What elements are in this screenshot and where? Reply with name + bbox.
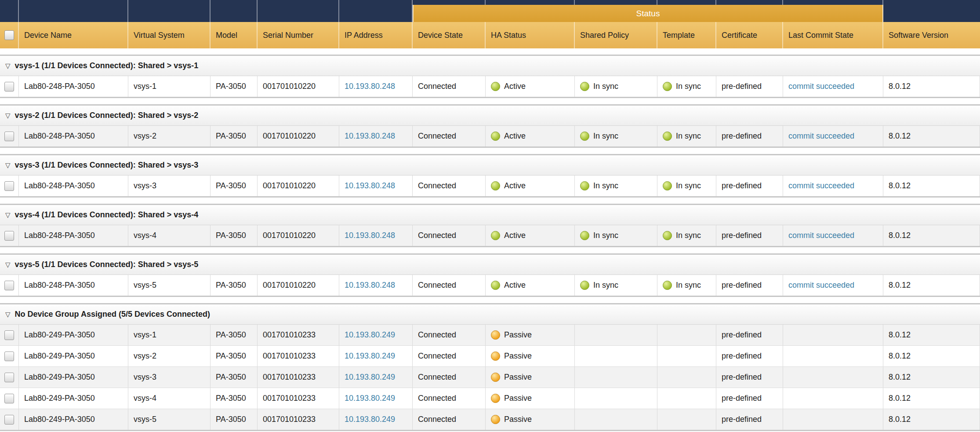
row-checkbox[interactable] [4,351,14,361]
row-checkbox[interactable] [4,330,14,340]
certificate-text: pre-defined [722,415,762,424]
device-group-section: ▽vsys-5 (1/1 Devices Connected): Shared … [0,253,980,297]
virtual-system-text: vsys-2 [134,351,156,361]
shared-policy-cell: In sync [575,176,657,196]
last-commit-state-cell [783,346,883,366]
device-state-text: Connected [418,330,456,340]
certificate-text: pre-defined [722,181,762,190]
ha-status-cell: Active [486,126,575,146]
software-version-text: 8.0.12 [889,394,911,403]
device-row[interactable]: Lab80-248-PA-3050vsys-2PA-30500017010102… [0,126,980,146]
shared-policy-cell [575,346,657,366]
row-checkbox[interactable] [4,231,14,241]
device-row[interactable]: Lab80-248-PA-3050vsys-1PA-30500017010102… [0,76,980,97]
column-header-device-state[interactable]: Device State [413,22,486,48]
serial-number-cell: 001701010220 [258,176,339,196]
model-cell: PA-3050 [211,388,258,409]
column-header-serial-number[interactable]: Serial Number [258,22,339,48]
group-header-row[interactable]: ▽vsys-4 (1/1 Devices Connected): Shared … [0,205,980,225]
select-all-checkbox[interactable] [4,30,14,40]
last-commit-state-cell: commit succeeded [783,126,883,146]
group-header-row[interactable]: ▽No Device Group Assigned (5/5 Devices C… [0,304,980,325]
device-name-cell: Lab80-249-PA-3050 [19,325,128,345]
column-header-ha-status[interactable]: HA Status [486,22,575,48]
ip-address-link[interactable]: 10.193.80.249 [345,394,395,403]
ip-address-link[interactable]: 10.193.80.248 [345,281,395,290]
certificate-cell: pre-defined [716,388,783,409]
row-checkbox[interactable] [4,394,14,403]
last-commit-state-link[interactable]: commit succeeded [788,132,854,141]
ha-status-text: Active [504,231,526,240]
device-row[interactable]: Lab80-249-PA-3050vsys-2PA-30500017010102… [0,346,980,367]
row-checkbox[interactable] [4,415,14,425]
column-header-device-name[interactable]: Device Name [19,22,128,48]
last-commit-state-link[interactable]: commit succeeded [788,231,854,240]
shared-policy-cell [575,388,657,409]
row-select-cell [0,409,19,430]
row-checkbox[interactable] [4,132,14,141]
template-cell: In sync [657,76,716,97]
last-commit-state-link[interactable]: commit succeeded [788,281,854,290]
device-state-text: Connected [418,281,456,290]
column-header-certificate[interactable]: Certificate [716,22,783,48]
group-header-row[interactable]: ▽vsys-3 (1/1 Devices Connected): Shared … [0,155,980,176]
device-state-text: Connected [418,415,456,424]
ip-address-link[interactable]: 10.193.80.248 [345,82,395,91]
group-header-row[interactable]: ▽vsys-1 (1/1 Devices Connected): Shared … [0,56,980,76]
shared-policy-cell: In sync [575,275,657,296]
ip-address-link[interactable]: 10.193.80.248 [345,231,395,240]
collapse-triangle-icon[interactable]: ▽ [5,311,11,319]
device-state-text: Connected [418,82,456,91]
device-row[interactable]: Lab80-249-PA-3050vsys-5PA-30500017010102… [0,409,980,430]
device-row[interactable]: Lab80-248-PA-3050vsys-5PA-30500017010102… [0,275,980,296]
group-header-row[interactable]: ▽vsys-5 (1/1 Devices Connected): Shared … [0,255,980,275]
template-green-dot-icon [663,281,672,290]
column-header-ip-address[interactable]: IP Address [339,22,413,48]
device-row[interactable]: Lab80-249-PA-3050vsys-3PA-30500017010102… [0,367,980,388]
row-checkbox[interactable] [4,281,14,290]
ip-address-link[interactable]: 10.193.80.249 [345,373,395,382]
ip-address-link[interactable]: 10.193.80.249 [345,415,395,424]
template-cell [657,367,716,388]
serial-number-text: 001701010220 [263,231,316,240]
device-row[interactable]: Lab80-248-PA-3050vsys-3PA-30500017010102… [0,176,980,196]
collapse-triangle-icon[interactable]: ▽ [5,161,11,169]
ha-status-text: Passive [504,394,532,403]
last-commit-state-link[interactable]: commit succeeded [788,82,854,91]
ip-address-cell: 10.193.80.249 [339,409,413,430]
last-commit-state-cell: commit succeeded [783,225,883,246]
ha-status-cell: Passive [486,325,575,345]
software-version-cell: 8.0.12 [883,126,980,146]
collapse-triangle-icon[interactable]: ▽ [5,112,11,120]
collapse-triangle-icon[interactable]: ▽ [5,211,11,219]
group-header-row[interactable]: ▽vsys-2 (1/1 Devices Connected): Shared … [0,106,980,126]
device-state-text: Connected [418,373,456,382]
device-table-body: ▽vsys-1 (1/1 Devices Connected): Shared … [0,55,980,431]
device-row[interactable]: Lab80-248-PA-3050vsys-4PA-30500017010102… [0,225,980,246]
collapse-triangle-icon[interactable]: ▽ [5,62,11,70]
row-select-cell [0,275,19,296]
row-checkbox[interactable] [4,82,14,92]
collapse-triangle-icon[interactable]: ▽ [5,261,11,269]
column-header-template[interactable]: Template [657,22,716,48]
device-name-cell: Lab80-249-PA-3050 [19,346,128,366]
row-checkbox[interactable] [4,373,14,382]
last-commit-state-link[interactable]: commit succeeded [788,181,854,190]
shared-policy-text: In sync [593,132,618,141]
column-header-model[interactable]: Model [211,22,258,48]
serial-number-text: 001701010220 [263,132,316,141]
ip-address-link[interactable]: 10.193.80.249 [345,351,395,361]
row-checkbox[interactable] [4,181,14,191]
software-version-cell: 8.0.12 [883,409,980,430]
column-header-shared-policy[interactable]: Shared Policy [575,22,657,48]
column-header-virtual-system[interactable]: Virtual System [128,22,211,48]
device-row[interactable]: Lab80-249-PA-3050vsys-4PA-30500017010102… [0,388,980,409]
header-band-cell [19,0,128,22]
status-group-header: Status [413,5,883,22]
ip-address-link[interactable]: 10.193.80.248 [345,181,395,190]
ip-address-link[interactable]: 10.193.80.249 [345,330,395,340]
column-header-last-commit-state[interactable]: Last Commit State [783,22,883,48]
device-row[interactable]: Lab80-249-PA-3050vsys-1PA-30500017010102… [0,325,980,346]
column-header-software-version[interactable]: Software Version [883,22,980,48]
ip-address-link[interactable]: 10.193.80.248 [345,132,395,141]
